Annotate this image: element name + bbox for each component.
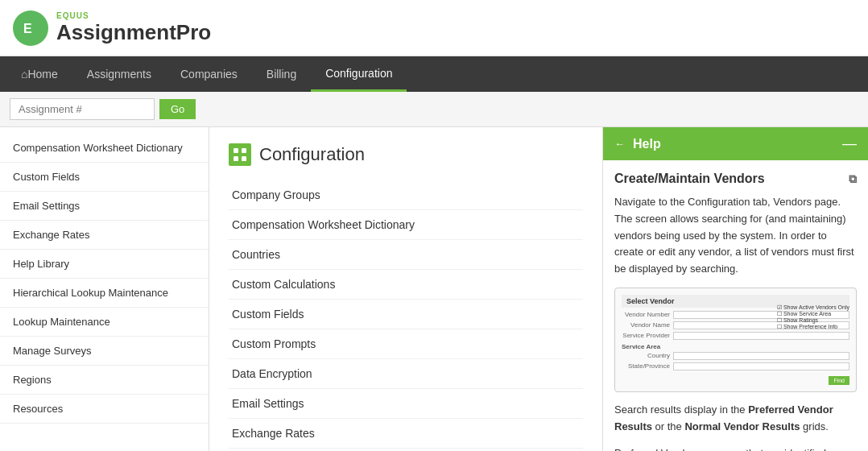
sidebar-item-8[interactable]: Regions	[0, 366, 209, 395]
help-title: Help	[633, 137, 661, 151]
help-screenshot: Select Vendor Vendor Number Vendor Name …	[614, 288, 857, 392]
cb3: ☐ Show Ratings	[777, 317, 849, 324]
help-panel-title-text: Create/Maintain Vendors	[614, 172, 765, 186]
logo-text: EQUUS AssignmentPro	[56, 11, 211, 45]
svg-rect-3	[234, 156, 238, 161]
list-item-2[interactable]: Countries	[229, 240, 583, 270]
svg-rect-1	[234, 148, 238, 153]
help-minimize-button[interactable]: —	[842, 135, 857, 152]
equus-label: EQUUS	[56, 11, 211, 20]
mock-input-3	[673, 332, 849, 340]
mock-label-2: Vendor Name	[622, 321, 670, 329]
list-item-5[interactable]: Custom Prompts	[229, 329, 583, 359]
help-header-left: ← Help	[614, 137, 661, 151]
mock-input-state	[673, 362, 849, 370]
help-p2-suffix: grids.	[800, 420, 828, 432]
logo-icon: E	[13, 10, 48, 46]
mock-label-country: Country	[622, 352, 670, 359]
content-title-area: Configuration	[229, 143, 583, 166]
svg-rect-4	[242, 156, 246, 161]
nav-item-home[interactable]: Home	[6, 56, 72, 92]
find-vendor-button: Find	[829, 376, 849, 385]
list-item-7[interactable]: Email Settings	[229, 389, 583, 419]
service-area-label: Service Area	[622, 343, 849, 350]
mock-row-state: State/Province	[622, 362, 849, 370]
sidebar-item-6[interactable]: Lookup Maintenance	[0, 308, 209, 337]
mock-label-state: State/Province	[622, 362, 670, 370]
search-bar: Go	[0, 92, 868, 127]
content-list: Company Groups Compensation Worksheet Di…	[229, 180, 583, 451]
configuration-icon	[229, 143, 251, 166]
help-panel: ← Help — Create/Maintain Vendors ⧉ Navig…	[602, 127, 868, 451]
app-name-label: AssignmentPro	[56, 20, 211, 45]
sidebar-item-0[interactable]: Compensation Worksheet Dictionary	[0, 134, 209, 163]
screenshot-inner: Select Vendor Vendor Number Vendor Name …	[615, 288, 856, 379]
help-back-button[interactable]: ←	[614, 138, 625, 150]
nav-item-assignments[interactable]: Assignments	[72, 56, 166, 92]
nav-item-billing[interactable]: Billing	[252, 56, 311, 92]
mock-input-country	[673, 352, 849, 360]
screenshot-checkboxes: ☑ Show Active Vendors Only ☐ Show Servic…	[777, 304, 849, 330]
help-paragraph-3: Preferred Vendors are ones that are iden…	[614, 445, 857, 451]
list-item-3[interactable]: Custom Calculations	[229, 270, 583, 300]
sidebar-item-3[interactable]: Exchange Rates	[0, 221, 209, 250]
help-paragraph-1: Navigate to the Configuration tab, Vendo…	[614, 194, 857, 278]
main-area: Compensation Worksheet Dictionary Custom…	[0, 127, 868, 451]
mock-label-1: Vendor Number	[622, 311, 670, 318]
list-item-4[interactable]: Custom Fields	[229, 300, 583, 329]
normal-vendor-bold: Normal Vendor Results	[684, 420, 800, 432]
go-button[interactable]: Go	[159, 99, 196, 119]
help-header-actions: —	[842, 135, 857, 152]
sidebar-item-7[interactable]: Manage Surveys	[0, 337, 209, 366]
svg-rect-2	[242, 148, 246, 153]
page-title: Configuration	[259, 144, 365, 165]
nav-item-configuration[interactable]: Configuration	[311, 56, 407, 92]
main-nav: Home Assignments Companies Billing Confi…	[0, 56, 868, 92]
sidebar: Compensation Worksheet Dictionary Custom…	[0, 127, 209, 451]
list-item-8[interactable]: Exchange Rates	[229, 419, 583, 449]
cb4: ☐ Show Preference Info	[777, 324, 849, 330]
main-content: Configuration Company Groups Compensatio…	[209, 127, 602, 451]
search-input[interactable]	[10, 98, 155, 120]
app-header: E EQUUS AssignmentPro	[0, 0, 868, 56]
sidebar-item-5[interactable]: Hierarchical Lookup Maintenance	[0, 279, 209, 308]
mock-label-3: Service Provider	[622, 332, 670, 339]
cb2: ☐ Show Service Area	[777, 311, 849, 317]
help-body: Create/Maintain Vendors ⧉ Navigate to th…	[603, 160, 868, 451]
list-item-0[interactable]: Company Groups	[229, 180, 583, 210]
sidebar-item-4[interactable]: Help Library	[0, 250, 209, 279]
external-link-icon[interactable]: ⧉	[849, 172, 857, 186]
sidebar-item-1[interactable]: Custom Fields	[0, 163, 209, 192]
list-item-1[interactable]: Compensation Worksheet Dictionary	[229, 210, 583, 240]
sidebar-item-2[interactable]: Email Settings	[0, 192, 209, 221]
sidebar-item-9[interactable]: Resources	[0, 395, 209, 424]
help-panel-title: Create/Maintain Vendors ⧉	[614, 172, 857, 186]
list-item-6[interactable]: Data Encryption	[229, 359, 583, 389]
mock-row-3: Service Provider	[622, 332, 849, 340]
cb1: ☑ Show Active Vendors Only	[777, 304, 849, 311]
help-p2-mid: or the	[652, 420, 684, 432]
nav-item-companies[interactable]: Companies	[166, 56, 252, 92]
svg-text:E: E	[23, 22, 32, 35]
mock-row-country: Country	[622, 352, 849, 360]
help-header: ← Help —	[603, 127, 868, 160]
help-paragraph-2: Search results display in the Preferred …	[614, 402, 857, 436]
